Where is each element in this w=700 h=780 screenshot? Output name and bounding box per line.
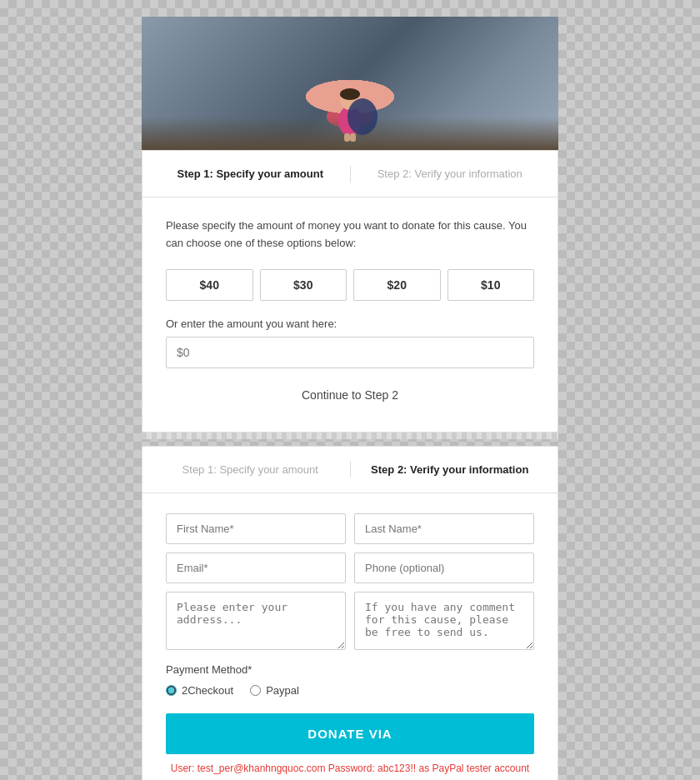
comment-input[interactable] — [354, 592, 534, 650]
step1-tab-inactive[interactable]: Step 2: Verify your information — [359, 164, 542, 183]
hero-image — [142, 17, 558, 150]
step2-header: Step 1: Specify your amount Step 2: Veri… — [142, 447, 558, 493]
svg-point-2 — [340, 88, 360, 100]
step1-description: Please specify the amount of money you w… — [166, 218, 534, 252]
step2-card: Step 1: Specify your amount Step 2: Veri… — [142, 446, 558, 780]
email-input[interactable] — [166, 552, 346, 583]
name-row — [166, 513, 534, 544]
amount-buttons: $40 $30 $20 $10 — [166, 269, 534, 301]
step-divider — [350, 166, 351, 182]
address-input[interactable] — [166, 592, 346, 650]
payment-2checkout-label: 2Checkout — [182, 684, 233, 697]
step-divider-2 — [350, 461, 351, 478]
hero-figure — [317, 67, 383, 142]
contact-row — [166, 552, 534, 583]
step2-body: Payment Method* 2Checkout Paypal DONATE … — [142, 493, 558, 780]
phone-input[interactable] — [354, 552, 534, 583]
step1-body: Please specify the amount of money you w… — [142, 198, 558, 432]
first-name-input[interactable] — [166, 513, 346, 544]
payment-paypal[interactable]: Paypal — [250, 684, 299, 697]
custom-amount-label: Or enter the amount you want here: — [166, 318, 534, 330]
amount-btn-30[interactable]: $30 — [260, 269, 348, 301]
amount-btn-10[interactable]: $10 — [448, 269, 535, 301]
amount-btn-40[interactable]: $40 — [166, 269, 253, 301]
custom-amount-input[interactable] — [166, 337, 534, 368]
tester-notice: User: test_per@khanhngquoc.com Password:… — [166, 762, 534, 778]
amount-btn-20[interactable]: $20 — [353, 269, 441, 301]
step1-card: Step 1: Specify your amount Step 2: Veri… — [142, 150, 558, 432]
payment-2checkout[interactable]: 2Checkout — [166, 684, 233, 697]
payment-2checkout-radio[interactable] — [166, 685, 177, 696]
continue-btn-wrapper: Continue to Step 2 — [166, 385, 534, 412]
step1-header: Step 1: Specify your amount Step 2: Veri… — [142, 151, 558, 198]
address-row — [166, 592, 534, 650]
card-separator — [142, 432, 558, 439]
last-name-input[interactable] — [354, 513, 534, 544]
svg-rect-5 — [350, 133, 356, 142]
step2-tab-active[interactable]: Step 2: Verify your information — [359, 460, 542, 479]
payment-paypal-radio[interactable] — [250, 685, 261, 696]
payment-options: 2Checkout Paypal — [166, 684, 534, 697]
payment-paypal-label: Paypal — [266, 684, 299, 697]
step2-tab-inactive[interactable]: Step 1: Specify your amount — [159, 460, 342, 479]
page-wrapper: Step 1: Specify your amount Step 2: Veri… — [142, 17, 558, 780]
svg-rect-4 — [344, 133, 350, 142]
payment-method-label: Payment Method* — [166, 663, 534, 676]
continue-button[interactable]: Continue to Step 2 — [295, 385, 405, 405]
svg-point-3 — [348, 98, 378, 135]
step1-tab-active[interactable]: Step 1: Specify your amount — [159, 164, 342, 183]
donate-button[interactable]: DONATE VIA — [166, 713, 534, 754]
